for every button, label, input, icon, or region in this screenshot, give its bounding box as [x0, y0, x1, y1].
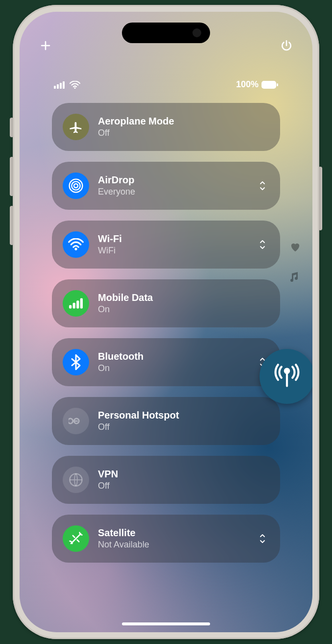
svg-point-4 — [74, 87, 75, 88]
svg-rect-5 — [261, 81, 276, 89]
vpn-tile[interactable]: VPN Off — [52, 456, 280, 504]
svg-rect-14 — [80, 298, 83, 309]
expand-icon — [259, 180, 266, 191]
phone-frame: 100% Aeroplane Mode Off — [13, 5, 319, 639]
tile-subtitle: Off — [98, 128, 174, 138]
battery-percent: 100% — [236, 79, 259, 90]
svg-rect-0 — [54, 86, 56, 89]
expand-icon — [259, 533, 266, 544]
tile-title: Mobile Data — [98, 292, 153, 303]
tile-subtitle: On — [98, 363, 143, 373]
tile-subtitle: Everyone — [98, 187, 135, 197]
tile-subtitle: On — [98, 304, 153, 315]
expand-icon — [259, 239, 266, 250]
tile-title: Wi-Fi — [98, 233, 122, 245]
svg-point-10 — [74, 248, 77, 250]
cellular-signal-icon — [54, 81, 66, 89]
tile-subtitle: Off — [98, 481, 118, 491]
svg-rect-6 — [277, 83, 278, 86]
tile-title: Satellite — [98, 527, 149, 539]
personal-hotspot-tile[interactable]: Personal Hotspot Off — [52, 397, 280, 445]
svg-rect-2 — [60, 83, 62, 89]
svg-rect-13 — [76, 300, 79, 308]
satellite-icon — [63, 525, 89, 552]
page-rail — [290, 242, 301, 282]
antenna-icon — [273, 363, 301, 390]
connectivity-list: Aeroplane Mode Off AirDrop Everyone — [52, 103, 280, 563]
tile-title: Aeroplane Mode — [98, 116, 174, 127]
battery-icon — [261, 81, 278, 89]
wifi-icon — [63, 231, 89, 258]
connectivity-page-indicator[interactable] — [260, 349, 312, 404]
tile-title: Bluetooth — [98, 351, 143, 362]
heart-icon[interactable] — [290, 242, 301, 252]
satellite-tile[interactable]: Satellite Not Available — [52, 515, 280, 563]
tile-subtitle: Off — [98, 422, 179, 432]
mobile-data-tile[interactable]: Mobile Data On — [52, 279, 280, 327]
svg-rect-3 — [63, 81, 65, 89]
plus-icon — [40, 40, 51, 51]
music-icon[interactable] — [290, 272, 301, 282]
screen: 100% Aeroplane Mode Off — [20, 12, 312, 632]
tile-title: AirDrop — [98, 174, 135, 186]
wifi-status-icon — [70, 81, 80, 89]
bluetooth-tile[interactable]: Bluetooth On — [52, 338, 280, 386]
svg-point-7 — [74, 184, 78, 188]
svg-rect-12 — [73, 303, 75, 309]
bluetooth-icon — [63, 349, 89, 375]
tile-subtitle: Not Available — [98, 540, 149, 550]
hotspot-icon — [63, 408, 89, 434]
wifi-tile[interactable]: Wi-Fi WiFi — [52, 221, 280, 269]
tile-subtitle: WiFi — [98, 246, 122, 256]
tile-title: Personal Hotspot — [98, 410, 179, 421]
svg-rect-11 — [69, 305, 71, 309]
airplane-icon — [63, 114, 89, 140]
airdrop-tile[interactable]: AirDrop Everyone — [52, 162, 280, 210]
add-control-button[interactable] — [38, 38, 53, 53]
power-button[interactable] — [279, 38, 294, 53]
dynamic-island — [122, 23, 210, 43]
tile-title: VPN — [98, 469, 118, 480]
power-icon — [280, 39, 293, 52]
svg-point-8 — [71, 181, 80, 190]
aeroplane-mode-tile[interactable]: Aeroplane Mode Off — [52, 103, 280, 151]
home-indicator[interactable] — [122, 622, 210, 625]
airdrop-icon — [63, 173, 89, 199]
svg-rect-1 — [57, 84, 59, 89]
cellular-icon — [63, 290, 89, 317]
svg-point-16 — [285, 369, 289, 373]
vpn-icon — [63, 467, 89, 493]
